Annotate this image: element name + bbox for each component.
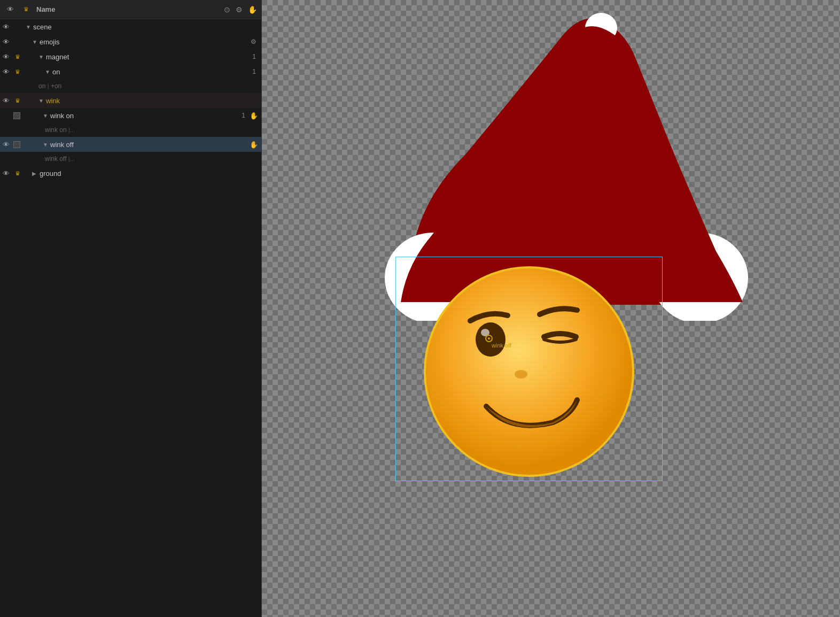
checkbox-wink-on[interactable] — [12, 111, 21, 120]
tree-row-ground[interactable]: 👁 ♛ ▶ ground — [0, 166, 261, 181]
hand-header-icon[interactable]: ✋ — [248, 5, 257, 14]
arrow-wink-off[interactable]: ▼ — [43, 142, 50, 148]
magnet-number: 1 — [247, 53, 256, 60]
eye-magnet-icon[interactable]: 👁 — [0, 53, 12, 61]
tree-row-wink-on-sublabel: wink on |... — [0, 123, 261, 137]
crown-ground-icon: ♛ — [12, 170, 24, 177]
tree-row-on-sublabel: on | +on — [0, 79, 261, 93]
eye-wink-icon[interactable]: 👁 — [0, 97, 12, 105]
svg-point-3 — [425, 267, 633, 476]
svg-point-6 — [515, 370, 527, 379]
on-number: 1 — [247, 68, 256, 75]
arrow-scene[interactable]: ▼ — [26, 24, 33, 30]
tree-row-scene[interactable]: 👁 ▼ scene — [0, 19, 261, 34]
wink-on-sublabel-text: wink on |... — [43, 126, 75, 134]
wink-off-sublabel-text: wink off |... — [43, 155, 75, 163]
arrow-magnet[interactable]: ▼ — [38, 54, 46, 60]
arrow-emojis[interactable]: ▼ — [32, 39, 40, 45]
wink-on-label: wink on — [50, 112, 237, 120]
wink-off-canvas-label: wink off — [492, 342, 511, 349]
tree-row-wink-off[interactable]: 👁 ▼ wink off ✋ — [0, 137, 261, 152]
wink-on-number: 1 — [237, 112, 245, 119]
arrow-ground[interactable]: ▶ — [32, 171, 40, 176]
eye-on-icon[interactable]: 👁 — [0, 68, 12, 76]
scene-label: scene — [33, 23, 258, 31]
tree-row-emojis[interactable]: 👁 ▼ emojis ⚙ — [0, 34, 261, 49]
tree-row-wink-off-sublabel: wink off |... — [0, 152, 261, 166]
tree-row-wink-on[interactable]: ▼ wink on 1 ✋ — [0, 108, 261, 123]
arrow-on[interactable]: ▼ — [45, 69, 52, 75]
wink-off-pivot-dot — [485, 335, 493, 342]
checkbox-wink-off[interactable] — [12, 140, 21, 149]
gear-header-icon[interactable]: ⚙ — [236, 5, 243, 14]
crown-header-icon: ♛ — [20, 6, 32, 13]
tree-row-magnet[interactable]: 👁 ♛ ▼ magnet 1 — [0, 49, 261, 64]
emojis-label: emojis — [40, 38, 248, 46]
eye-emojis-icon[interactable]: 👁 — [0, 38, 12, 46]
wink-off-label-row: wink off — [50, 141, 247, 149]
eye-wink-off-icon[interactable]: 👁 — [0, 141, 12, 149]
hand-wink-off-icon[interactable]: ✋ — [250, 141, 258, 149]
on-sublabel-text: on | +on — [36, 82, 61, 90]
wink-label: wink — [46, 97, 258, 105]
eye-scene-icon[interactable]: 👁 — [0, 23, 12, 31]
arrow-wink-on[interactable]: ▼ — [43, 113, 50, 119]
tree-row-wink[interactable]: 👁 ♛ ▼ wink — [0, 93, 261, 108]
crown-on-icon: ♛ — [12, 68, 24, 75]
crown-magnet-icon: ♛ — [12, 53, 24, 60]
on-label: on — [52, 68, 247, 76]
panel-header-name: Name — [36, 5, 220, 13]
ground-label: ground — [40, 169, 258, 178]
wink-emoji-container — [411, 257, 647, 481]
wink-emoji-svg — [411, 257, 647, 481]
panel-header-icons: ⊙ ⚙ ✋ — [224, 5, 257, 14]
layer-panel: 👁 ♛ Name ⊙ ⚙ ✋ 👁 ▼ scene 👁 ▼ emojis ⚙ 👁 … — [0, 0, 262, 617]
tree-row-on[interactable]: 👁 ♛ ▼ on 1 — [0, 64, 261, 79]
eye-ground-icon[interactable]: 👁 — [0, 169, 12, 178]
target-icon[interactable]: ⊙ — [224, 5, 230, 14]
gear-emojis-icon[interactable]: ⚙ — [248, 37, 258, 47]
arrow-wink[interactable]: ▼ — [38, 98, 46, 104]
hand-wink-on-icon[interactable]: ✋ — [250, 112, 258, 120]
panel-header: 👁 ♛ Name ⊙ ⚙ ✋ — [0, 0, 261, 19]
magnet-label: magnet — [46, 53, 247, 61]
canvas-panel: wink off — [262, 0, 840, 617]
eye-header-icon: 👁 — [4, 5, 16, 13]
crown-wink-icon: ♛ — [12, 97, 24, 104]
